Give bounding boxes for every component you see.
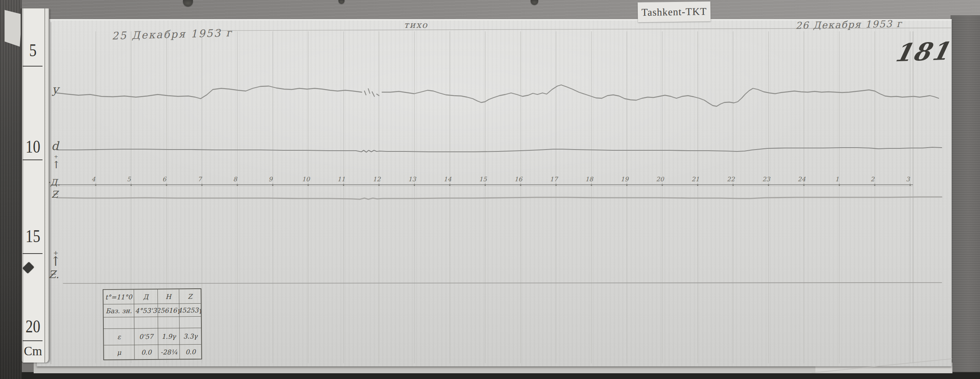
page-number: 181: [892, 37, 953, 67]
hour-label: 5: [127, 176, 131, 183]
hour-label: 16: [514, 176, 523, 183]
hour-label: 1: [835, 176, 839, 183]
table-cell: 4°53'3: [134, 304, 158, 317]
table-cell: μ: [104, 345, 134, 359]
magnetogram-photo: 456789101112131415161718192021222324123 …: [0, 0, 980, 379]
trace-label-z: Ƶ: [51, 189, 58, 200]
hour-label: 2: [871, 176, 875, 183]
trace-label-h: d: [51, 139, 59, 153]
handwritten-note-center: тихо: [404, 20, 428, 30]
table-cell: -28¼: [158, 345, 180, 359]
ruler-division-line: [23, 159, 42, 160]
D-trace: [368, 89, 370, 93]
hour-label: 24: [798, 176, 806, 183]
arrow-up-icon: ↑: [52, 159, 60, 171]
trace-label-d: y: [52, 83, 59, 96]
ruler-division-line: [23, 340, 42, 341]
table-header-h: H: [158, 289, 179, 304]
table-cell: 45253γ: [180, 304, 201, 317]
baseline-label-z: Ƶ.: [49, 268, 59, 280]
hour-label: 13: [408, 176, 416, 183]
D-trace: [382, 85, 939, 106]
table-cell: [158, 317, 180, 328]
station-label: Tashkent-TKT: [638, 2, 711, 23]
table-wood-left: [0, 0, 22, 379]
table-cell: [180, 317, 201, 328]
hour-label: 17: [550, 176, 558, 183]
ruler-mark-20: 20: [24, 317, 42, 335]
Z-trace: [57, 197, 942, 199]
torn-paper-scrap: [5, 10, 22, 47]
table-cell: 0.0: [180, 345, 201, 359]
table-cell-temp: t°=11°0: [103, 290, 134, 304]
hour-label: 15: [479, 176, 487, 183]
D-trace: [372, 92, 374, 96]
ruler-mark-10: 10: [24, 138, 42, 156]
hour-label: 22: [727, 176, 735, 183]
ruler-mark-5: 5: [24, 41, 42, 59]
ruler-mark-15: 15: [24, 227, 42, 245]
cm-ruler: 5 10 15 20 Cm: [21, 8, 49, 363]
Z-baseline: [63, 283, 942, 283]
hour-label: 12: [373, 176, 381, 183]
table-cell: 0.0: [134, 345, 158, 359]
hour-label: 4: [91, 176, 96, 183]
table-cell: 0'57: [134, 329, 158, 345]
hour-label: 6: [162, 176, 167, 183]
table-header-z: Z: [179, 289, 201, 304]
table-cell: Баз. зн.: [104, 304, 134, 317]
table-cell: ε: [104, 329, 134, 345]
hour-label: 11: [337, 176, 345, 183]
hour-label: 9: [268, 176, 273, 183]
table-cell: [104, 317, 134, 329]
hour-label: 7: [198, 176, 202, 183]
plus-mark: +: [54, 154, 58, 159]
table-cell: 25616γ: [158, 304, 180, 317]
handwritten-date-right: 26 Декабря 1953 г: [795, 18, 902, 31]
ruler-division-line: [23, 66, 42, 67]
D-trace: [364, 91, 366, 95]
D-trace: [57, 86, 362, 99]
baseline-values-table: t°=11°0 Д H Z Баз. зн. 4°53'3 25616γ 452…: [103, 288, 202, 360]
hour-label: 3: [906, 176, 910, 183]
table-cell: 1.9γ: [158, 328, 180, 345]
hour-label: 19: [621, 176, 629, 183]
hour-label: 20: [656, 176, 665, 183]
table-cell: 3.3γ: [180, 328, 201, 345]
table-header-d: Д: [134, 290, 158, 304]
arrow-up-icon-lower: ↑: [50, 254, 61, 269]
hour-label: 14: [444, 176, 452, 183]
H-trace: [57, 147, 942, 152]
hour-label: 18: [585, 176, 594, 183]
axis-label-d: ·Д.: [47, 177, 60, 187]
ruler-division-line: [23, 253, 42, 254]
hour-label: 8: [233, 176, 238, 183]
table-cell: [134, 317, 158, 329]
hour-label: 10: [302, 176, 310, 183]
D-trace: [377, 94, 379, 96]
hour-label: 21: [691, 176, 699, 183]
hour-label: 23: [762, 176, 771, 183]
ruler-unit-label: Cm: [22, 345, 44, 358]
